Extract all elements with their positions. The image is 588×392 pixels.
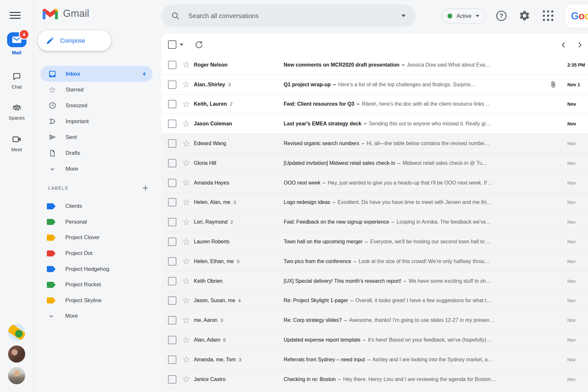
star-toggle-icon[interactable]: ☆ [180,277,192,285]
email-checkbox[interactable] [168,179,176,187]
sidebar: Gmail Compose Inbox4☆StarredSnoozedImpor… [34,0,161,392]
email-row[interactable]: ☆Jason, Susan, me4Re: Project Skylight 1… [162,291,588,311]
star-toggle-icon[interactable]: ☆ [180,238,192,246]
label-item-project-clover[interactable]: Project Clover [34,230,161,246]
email-row[interactable]: ☆Alan, Adam6Updated expense report templ… [162,330,588,350]
email-checkbox[interactable] [168,80,176,89]
email-checkbox[interactable] [168,375,176,384]
newer-page-button[interactable] [559,40,568,49]
label-item-project-hedgehog[interactable]: Project Hedgehog [34,261,161,277]
email-checkbox[interactable] [168,159,176,167]
sidebar-item-more[interactable]: More [40,161,152,177]
search-options-icon[interactable] [401,15,406,17]
sidebar-item-inbox[interactable]: Inbox4 [40,66,152,82]
label-item-clients[interactable]: Clients [34,198,161,214]
email-checkbox[interactable] [168,218,176,226]
chevron-down-icon [47,313,56,320]
email-checkbox[interactable] [168,238,176,246]
avatar[interactable] [8,345,25,363]
star-toggle-icon[interactable]: ☆ [180,355,192,364]
google-account-widget[interactable]: Goog [565,4,588,28]
add-label-icon[interactable] [142,184,149,192]
status-selector[interactable]: Active [442,8,486,24]
help-button[interactable]: ? [494,8,509,23]
email-checkbox[interactable] [168,355,176,364]
star-toggle-icon[interactable]: ☆ [180,60,192,69]
sidebar-item-snoozed[interactable]: Snoozed [40,98,152,113]
main-menu-icon[interactable] [10,10,21,21]
avatar[interactable] [8,324,25,341]
star-toggle-icon[interactable]: ☆ [180,316,192,325]
email-row[interactable]: ☆Roger NelsonNew comments on MCR2020 dra… [162,55,588,75]
email-row[interactable]: ☆me, Aaron3Re: Corp strategy slides?–Awe… [162,311,588,330]
rail-item-chat[interactable]: Chat [0,72,33,90]
settings-button[interactable] [517,8,532,23]
avatar[interactable] [8,367,25,384]
email-checkbox[interactable] [168,277,176,285]
email-checkbox[interactable] [168,139,176,148]
star-toggle-icon[interactable]: ☆ [180,120,192,128]
star-toggle-icon[interactable]: ☆ [180,139,192,148]
email-sender: Roger Nelson [194,62,280,68]
label-item-project-dot[interactable]: Project Dot [34,246,161,261]
email-row[interactable]: ☆Lori, Raymond2Fwd: Feedback on the new … [162,212,588,232]
email-snippet: Ritesh, here's the doc with all the clie… [362,101,491,107]
email-row[interactable]: ☆Alan..Shirley3Q1 project wrap-up–Here's… [162,75,588,95]
refresh-button[interactable] [194,40,204,49]
rail-item-mail[interactable]: 4Mail [0,32,33,55]
star-toggle-icon[interactable]: ☆ [180,80,192,89]
email-row[interactable]: ☆Janice CastroChecking in re: Boston–Hey… [162,370,588,389]
label-item-project-rocket[interactable]: Project Rocket [34,277,161,293]
select-options-icon[interactable] [180,44,184,46]
sidebar-item-important[interactable]: Important [40,113,152,129]
search-bar[interactable]: Search all conversations [162,5,415,27]
email-checkbox[interactable] [168,316,176,324]
email-checkbox[interactable] [168,257,176,266]
label-item-project-skyline[interactable]: Project Skyline [34,293,161,309]
email-row[interactable]: ☆Keith, Lauren2Fwd: Client resources for… [162,95,588,114]
chat-icon [12,72,22,81]
compose-button[interactable]: Compose [37,30,111,51]
star-toggle-icon[interactable]: ☆ [180,336,192,344]
search-input[interactable]: Search all conversations [188,12,393,20]
email-checkbox[interactable] [168,100,176,108]
email-row[interactable]: ☆Jason ColemanLast year's EMEA strategy … [162,114,588,134]
email-checkbox[interactable] [168,61,176,69]
email-row[interactable]: ☆Keith Obrien[UX] Special delivery! This… [162,271,588,291]
email-checkbox[interactable] [168,120,176,128]
email-snippet: Looping in Annika. The feedback we've… [396,219,491,225]
star-toggle-icon[interactable]: ☆ [180,100,192,109]
rail-item-meet[interactable]: Meet [0,134,33,152]
chevron-down-icon [48,165,57,173]
star-toggle-icon[interactable]: ☆ [180,375,192,384]
email-row[interactable]: ☆Lauren RobertsTown hall on the upcoming… [162,232,588,252]
email-row[interactable]: ☆Helen, Alan, me3Logo redesign ideas–Exc… [162,193,588,213]
star-toggle-icon[interactable]: ☆ [180,178,192,187]
email-row[interactable]: ☆Amanda, me, Tom3Referrals from Sydney –… [162,350,588,370]
sidebar-item-label: Inbox [66,71,80,77]
email-row[interactable]: ☆Edward WangRevised organic search numbe… [162,134,588,154]
star-toggle-icon[interactable]: ☆ [180,257,192,266]
email-checkbox[interactable] [168,296,176,305]
email-sender: Amanda Hayes [194,180,280,186]
email-checkbox[interactable] [168,198,176,207]
star-toggle-icon[interactable]: ☆ [180,159,192,167]
sidebar-item-drafts[interactable]: Drafts [40,145,152,161]
google-apps-button[interactable] [541,8,556,23]
sidebar-item-sent[interactable]: Sent [40,129,152,145]
older-page-button[interactable] [575,40,584,49]
label-name: Clients [65,203,82,209]
email-checkbox[interactable] [168,336,176,344]
email-row[interactable]: ☆Helen, Ethan, me5Two pics from the conf… [162,252,588,271]
star-toggle-icon[interactable]: ☆ [180,296,192,305]
label-item-personal[interactable]: Personal [34,214,161,230]
email-row[interactable]: ☆Gloria Hill[Updated invitation] Midwest… [162,154,588,173]
star-toggle-icon[interactable]: ☆ [180,218,192,227]
sidebar-item-starred[interactable]: ☆Starred [40,82,152,98]
label-item-more[interactable]: More [34,308,161,324]
email-row[interactable]: ☆Amanda HayesOOO next week–Hey, just wan… [162,173,588,193]
select-all-checkbox[interactable] [168,40,176,49]
rail-item-spaces[interactable]: Spaces [0,103,33,121]
thread-count: 2 [230,219,233,225]
star-toggle-icon[interactable]: ☆ [180,198,192,207]
